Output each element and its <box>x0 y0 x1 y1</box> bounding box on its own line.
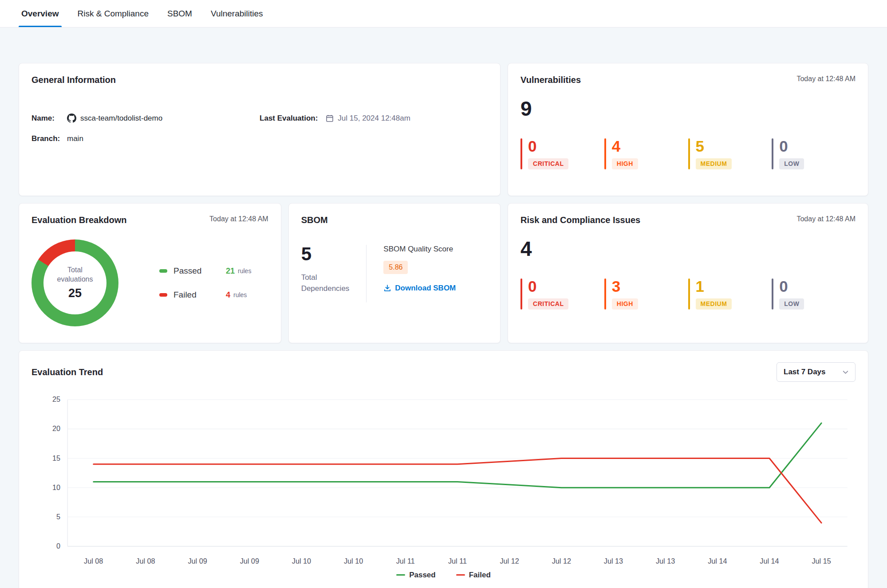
severity-count: 5 <box>696 138 704 154</box>
severity-bar <box>688 138 690 169</box>
sbom-quality: SBOM Quality Score 5.86 Download SBOM <box>383 245 456 302</box>
vulnerabilities-total: 9 <box>520 98 855 119</box>
severity-count: 0 <box>528 138 536 154</box>
last-evaluation-field: Last Evaluation: Jul 15, 2024 12:48am <box>260 114 488 123</box>
failed-legend-label: Failed <box>469 571 491 580</box>
sbom-title: SBOM <box>301 215 328 225</box>
legend-failed: Failed 4 rules <box>159 290 268 300</box>
risk-compliance-card: Risk and Compliance Issues Today at 12:4… <box>508 203 868 343</box>
svg-text:Jul 11: Jul 11 <box>396 557 415 565</box>
evaluation-donut: Total evaluations 25 <box>32 239 118 326</box>
chevron-down-icon <box>843 370 848 374</box>
general-info-title: General Information <box>32 75 116 85</box>
name-field: Name: ssca-team/todolist-demo <box>32 114 260 123</box>
tab-overview[interactable]: Overview <box>21 0 59 27</box>
severity-row: 0 CRITICAL 3 HIGH 1 MEDIUM <box>520 278 855 310</box>
svg-text:Jul 09: Jul 09 <box>240 557 259 565</box>
severity-medium: 1 MEDIUM <box>688 278 772 310</box>
svg-text:Jul 11: Jul 11 <box>448 557 467 565</box>
svg-text:Jul 12: Jul 12 <box>552 557 571 565</box>
severity-badge: LOW <box>779 158 804 169</box>
download-icon <box>383 284 391 292</box>
vulnerabilities-title: Vulnerabilities <box>520 75 581 85</box>
vertical-divider <box>366 245 367 302</box>
severity-high: 4 HIGH <box>604 138 688 169</box>
passed-swatch <box>159 269 167 273</box>
evaluation-breakdown-timestamp: Today at 12:48 AM <box>209 215 268 223</box>
last-evaluation-value: Jul 15, 2024 12:48am <box>338 114 410 123</box>
tab-sbom[interactable]: SBOM <box>167 0 192 27</box>
severity-count: 3 <box>612 278 620 294</box>
tab-vulnerabilities[interactable]: Vulnerabilities <box>211 0 263 27</box>
sbom-total-count: 5 <box>301 245 350 263</box>
severity-badge: HIGH <box>612 158 638 169</box>
svg-text:Jul 13: Jul 13 <box>604 557 623 565</box>
vulnerabilities-timestamp: Today at 12:48 AM <box>796 75 855 83</box>
svg-text:Jul 14: Jul 14 <box>708 557 727 565</box>
donut-center: Total evaluations 25 <box>43 251 106 314</box>
passed-unit: rules <box>238 267 251 274</box>
last-evaluation-label: Last Evaluation: <box>260 114 318 123</box>
svg-text:Jul 12: Jul 12 <box>500 557 519 565</box>
severity-badge: LOW <box>779 298 804 310</box>
evaluation-breakdown-card: Evaluation Breakdown Today at 12:48 AM T… <box>19 203 281 343</box>
severity-low: 0 LOW <box>772 138 855 169</box>
breakdown-legend: Passed 21 rules Failed 4 rules <box>159 266 268 300</box>
severity-bar <box>772 278 773 310</box>
tab-risk-compliance[interactable]: Risk & Compliance <box>78 0 149 27</box>
sbom-total-label-line2: Dependencies <box>301 283 350 294</box>
svg-text:0: 0 <box>56 542 60 550</box>
download-sbom-label: Download SBOM <box>395 284 456 293</box>
overview-dashboard: General Information Name: ssca-team/todo… <box>0 27 887 588</box>
sbom-quality-score-badge: 5.86 <box>383 261 408 274</box>
donut-total: 25 <box>68 286 82 300</box>
severity-badge: HIGH <box>612 298 638 310</box>
severity-bar <box>520 138 522 169</box>
sbom-total-label: Total Dependencies <box>301 272 350 294</box>
severity-row: 0 CRITICAL 4 HIGH 5 MEDIUM <box>520 138 855 169</box>
sbom-total-label-line1: Total <box>301 272 350 283</box>
branch-field: Branch: main <box>32 134 260 143</box>
severity-badge: CRITICAL <box>528 158 568 169</box>
severity-count: 0 <box>779 278 788 294</box>
sbom-dependencies: 5 Total Dependencies <box>301 245 350 302</box>
svg-text:10: 10 <box>52 483 60 491</box>
calendar-icon <box>326 114 334 122</box>
risk-compliance-timestamp: Today at 12:48 AM <box>796 215 855 223</box>
name-label: Name: <box>32 114 67 123</box>
download-sbom-link[interactable]: Download SBOM <box>383 284 456 293</box>
range-selector-value: Last 7 Days <box>784 368 826 376</box>
severity-count: 0 <box>528 278 536 294</box>
branch-value: main <box>67 134 83 143</box>
severity-count: 1 <box>696 278 704 294</box>
severity-badge: MEDIUM <box>696 158 732 169</box>
failed-count: 4 <box>226 290 230 300</box>
evaluation-trend-card: Evaluation Trend Last 7 Days 0510152025J… <box>19 350 868 588</box>
svg-text:Jul 08: Jul 08 <box>84 557 103 565</box>
sbom-quality-label: SBOM Quality Score <box>383 245 456 254</box>
risk-compliance-total: 4 <box>520 239 855 259</box>
severity-high: 3 HIGH <box>604 278 688 310</box>
severity-medium: 5 MEDIUM <box>688 138 772 169</box>
legend-failed: Failed <box>456 571 491 580</box>
severity-bar <box>688 278 690 310</box>
trend-legend: Passed Failed <box>32 571 855 582</box>
failed-line-swatch <box>456 574 465 576</box>
svg-text:5: 5 <box>56 513 60 521</box>
severity-badge: CRITICAL <box>528 298 568 310</box>
donut-label-line2: evaluations <box>57 275 93 284</box>
range-selector[interactable]: Last 7 Days <box>777 362 855 382</box>
svg-text:25: 25 <box>52 395 60 403</box>
svg-text:15: 15 <box>52 454 60 462</box>
severity-badge: MEDIUM <box>696 298 732 310</box>
svg-text:Jul 10: Jul 10 <box>344 557 363 565</box>
passed-line-swatch <box>396 574 405 576</box>
failed-label: Failed <box>173 290 226 300</box>
passed-count: 21 <box>226 267 235 276</box>
passed-legend-label: Passed <box>409 571 436 580</box>
evaluation-trend-title: Evaluation Trend <box>32 367 103 377</box>
severity-critical: 0 CRITICAL <box>520 138 604 169</box>
repo-name-value: ssca-team/todolist-demo <box>80 114 162 123</box>
svg-text:Jul 14: Jul 14 <box>760 557 779 565</box>
evaluation-breakdown-title: Evaluation Breakdown <box>32 215 127 225</box>
